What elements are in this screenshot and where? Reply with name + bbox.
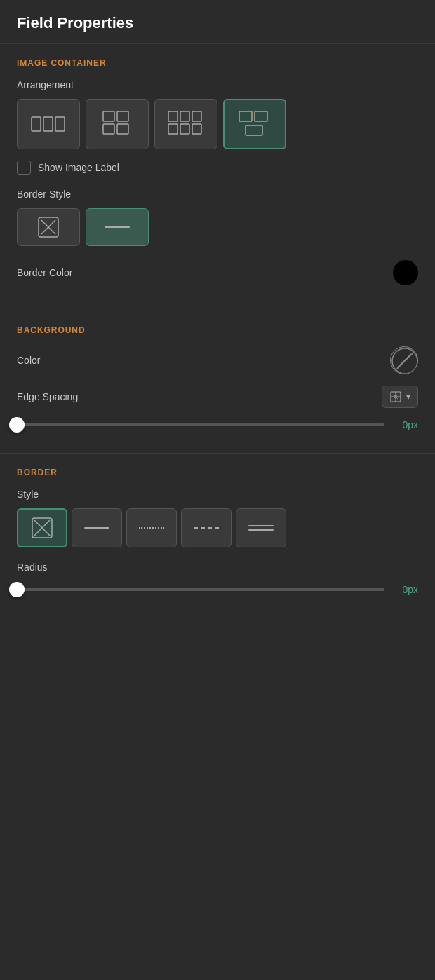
border-style-none[interactable] — [17, 208, 80, 246]
border-color-row: Border Color — [17, 260, 418, 285]
border-solid-option[interactable] — [72, 508, 122, 547]
svg-rect-6 — [117, 124, 128, 134]
arrangement-label: Arrangement — [17, 79, 418, 90]
svg-line-19 — [396, 353, 413, 369]
radius-slider-row: 0px — [17, 581, 418, 598]
all-sides-icon — [389, 390, 402, 403]
border-dotted-option[interactable] — [126, 508, 177, 547]
svg-rect-15 — [246, 125, 262, 135]
edge-spacing-row: Edge Spacing ▾ — [17, 386, 418, 408]
radius-slider[interactable] — [17, 581, 384, 598]
border-dashed-option[interactable] — [181, 508, 232, 547]
svg-rect-9 — [192, 111, 201, 121]
image-container-section-title: IMAGE CONTAINER — [17, 58, 418, 68]
solid-line-icon — [105, 226, 130, 228]
border-solid-icon — [84, 527, 109, 529]
arrangement-option-two-row[interactable] — [86, 99, 149, 149]
arrangement-option-two-one[interactable] — [223, 99, 286, 149]
radius-label: Radius — [17, 562, 418, 573]
image-container-section: IMAGE CONTAINER Arrangement — [0, 44, 435, 311]
radius-slider-thumb[interactable] — [9, 582, 25, 597]
svg-rect-5 — [103, 124, 114, 134]
edge-spacing-dropdown[interactable]: ▾ — [382, 386, 418, 408]
edge-spacing-chevron: ▾ — [406, 392, 410, 402]
arrangement-option-three-row[interactable] — [154, 99, 218, 149]
border-style-label: Border Style — [17, 189, 418, 200]
border-color-swatch[interactable] — [393, 260, 418, 285]
border-style-section-label: Style — [17, 489, 418, 500]
svg-rect-14 — [255, 111, 267, 121]
border-style-options — [17, 208, 418, 246]
background-section-title: BACKGROUND — [17, 325, 418, 335]
border-none-icon — [31, 517, 53, 539]
background-color-label: Color — [17, 355, 40, 366]
border-double-icon — [248, 525, 274, 531]
svg-rect-0 — [32, 117, 41, 131]
svg-rect-2 — [55, 117, 65, 131]
border-style-solid[interactable] — [86, 208, 149, 246]
radius-slider-track — [17, 588, 384, 591]
svg-rect-4 — [117, 111, 128, 121]
show-image-label-checkbox[interactable] — [17, 161, 31, 175]
svg-rect-12 — [192, 124, 201, 134]
edge-spacing-value: 0px — [396, 419, 418, 430]
border-none-option[interactable] — [17, 508, 67, 547]
edge-spacing-slider-row: 0px — [17, 416, 418, 433]
svg-rect-13 — [239, 111, 252, 121]
slider-track — [17, 423, 384, 426]
show-image-label-row: Show Image Label — [17, 161, 418, 175]
svg-rect-1 — [44, 117, 53, 131]
border-dotted-icon — [139, 527, 164, 529]
arrangement-option-single-row[interactable] — [17, 99, 80, 149]
background-color-row: Color — [17, 346, 418, 374]
background-section: BACKGROUND Color Edge Spacing ▾ — [0, 311, 435, 454]
border-dashed-icon — [194, 527, 219, 529]
svg-rect-7 — [168, 111, 178, 121]
border-style-options-row — [17, 508, 418, 547]
arrangement-options — [17, 99, 418, 149]
edge-spacing-slider[interactable] — [17, 416, 384, 433]
svg-rect-11 — [180, 124, 189, 134]
svg-rect-3 — [103, 111, 114, 121]
radius-value: 0px — [396, 584, 418, 595]
border-section-title: BORDER — [17, 468, 418, 477]
slider-thumb[interactable] — [9, 417, 25, 433]
page-header: Field Properties — [0, 0, 435, 44]
border-section: BORDER Style — [0, 454, 435, 618]
edge-spacing-label: Edge Spacing — [17, 391, 78, 402]
border-double-option[interactable] — [236, 508, 286, 547]
svg-rect-8 — [180, 111, 189, 121]
svg-rect-10 — [168, 124, 178, 134]
border-color-label: Border Color — [17, 267, 72, 278]
background-color-swatch[interactable] — [390, 346, 418, 374]
show-image-label-text: Show Image Label — [38, 162, 119, 173]
page-title: Field Properties — [17, 14, 418, 32]
